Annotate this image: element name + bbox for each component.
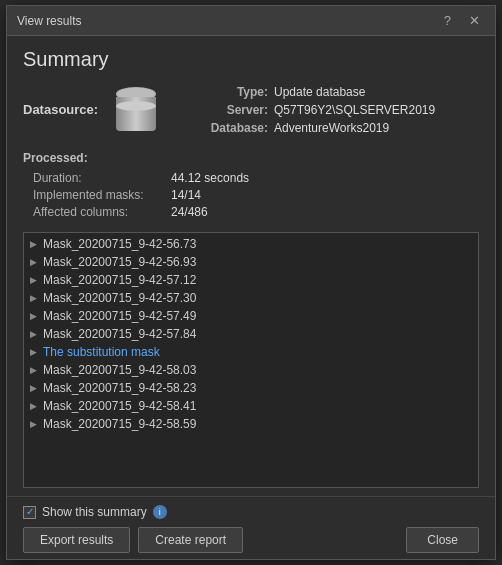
info-section: Datasource: Type: Update database Server…	[23, 85, 479, 135]
dialog-window: View results ? ✕ Summary Datasource:	[6, 5, 496, 560]
info-icon[interactable]: i	[153, 505, 167, 519]
show-summary-checkbox[interactable]: ✓	[23, 506, 36, 519]
btn-group-left: Export results Create report	[23, 527, 243, 553]
processed-section: Processed: Duration: 44.12 seconds Imple…	[23, 151, 479, 222]
buttons-row: Export results Create report Close	[23, 527, 479, 553]
cylinder-mid	[116, 101, 156, 111]
database-icon	[112, 85, 160, 133]
meta-type-row: Type: Update database	[203, 85, 435, 99]
stat-masks-row: Implemented masks: 14/14	[23, 188, 479, 202]
masks-value: 14/14	[171, 188, 201, 202]
datasource-area: Datasource:	[23, 85, 183, 133]
list-item[interactable]: ▶Mask_20200715_9-42-57.84	[24, 325, 478, 343]
meta-database-row: Database: AdventureWorks2019	[203, 121, 435, 135]
mask-name: Mask_20200715_9-42-58.23	[43, 381, 196, 395]
mask-name: Mask_20200715_9-42-57.30	[43, 291, 196, 305]
list-item[interactable]: ▶Mask_20200715_9-42-58.59	[24, 415, 478, 433]
list-item[interactable]: ▶Mask_20200715_9-42-57.49	[24, 307, 478, 325]
dialog-content: Summary Datasource: Type: Update databas…	[7, 36, 495, 496]
cylinder-shape	[116, 87, 156, 131]
expand-arrow-icon: ▶	[30, 347, 37, 357]
list-item[interactable]: ▶Mask_20200715_9-42-58.03	[24, 361, 478, 379]
type-value: Update database	[274, 85, 365, 99]
duration-label: Duration:	[33, 171, 163, 185]
stat-duration-row: Duration: 44.12 seconds	[23, 171, 479, 185]
meta-server-row: Server: Q57T96Y2\SQLSERVER2019	[203, 103, 435, 117]
export-results-button[interactable]: Export results	[23, 527, 130, 553]
expand-arrow-icon: ▶	[30, 311, 37, 321]
masks-label: Implemented masks:	[33, 188, 163, 202]
list-item[interactable]: ▶Mask_20200715_9-42-56.73	[24, 235, 478, 253]
close-button[interactable]: Close	[406, 527, 479, 553]
expand-arrow-icon: ▶	[30, 365, 37, 375]
server-value: Q57T96Y2\SQLSERVER2019	[274, 103, 435, 117]
show-summary-label: Show this summary	[42, 505, 147, 519]
expand-arrow-icon: ▶	[30, 329, 37, 339]
list-item[interactable]: ▶Mask_20200715_9-42-58.41	[24, 397, 478, 415]
datasource-label: Datasource:	[23, 102, 98, 117]
expand-arrow-icon: ▶	[30, 293, 37, 303]
processed-title: Processed:	[23, 151, 479, 165]
masks-list[interactable]: ▶Mask_20200715_9-42-56.73▶Mask_20200715_…	[24, 233, 478, 487]
show-summary-row: ✓ Show this summary i	[23, 505, 479, 519]
mask-name: Mask_20200715_9-42-58.03	[43, 363, 196, 377]
database-value: AdventureWorks2019	[274, 121, 389, 135]
type-label: Type:	[203, 85, 268, 99]
list-item[interactable]: ▶Mask_20200715_9-42-57.30	[24, 289, 478, 307]
expand-arrow-icon: ▶	[30, 257, 37, 267]
list-item[interactable]: ▶The substitution mask	[24, 343, 478, 361]
list-item[interactable]: ▶Mask_20200715_9-42-56.93	[24, 253, 478, 271]
title-bar-left: View results	[17, 14, 81, 28]
expand-arrow-icon: ▶	[30, 419, 37, 429]
server-label: Server:	[203, 103, 268, 117]
info-icon-label: i	[159, 507, 161, 517]
expand-arrow-icon: ▶	[30, 275, 37, 285]
mask-name: Mask_20200715_9-42-56.93	[43, 255, 196, 269]
close-title-button[interactable]: ✕	[464, 12, 485, 29]
mask-name: Mask_20200715_9-42-58.41	[43, 399, 196, 413]
expand-arrow-icon: ▶	[30, 401, 37, 411]
meta-area: Type: Update database Server: Q57T96Y2\S…	[203, 85, 435, 135]
title-bar: View results ? ✕	[7, 6, 495, 36]
columns-label: Affected columns:	[33, 205, 163, 219]
expand-arrow-icon: ▶	[30, 239, 37, 249]
checkbox-check-icon: ✓	[26, 507, 34, 517]
masks-list-container: ▶Mask_20200715_9-42-56.73▶Mask_20200715_…	[23, 232, 479, 488]
mask-name: The substitution mask	[43, 345, 160, 359]
mask-name: Mask_20200715_9-42-57.12	[43, 273, 196, 287]
list-item[interactable]: ▶Mask_20200715_9-42-57.12	[24, 271, 478, 289]
database-label: Database:	[203, 121, 268, 135]
mask-name: Mask_20200715_9-42-56.73	[43, 237, 196, 251]
columns-value: 24/486	[171, 205, 208, 219]
create-report-button[interactable]: Create report	[138, 527, 243, 553]
dialog-heading: Summary	[23, 48, 479, 71]
duration-value: 44.12 seconds	[171, 171, 249, 185]
bottom-bar: ✓ Show this summary i Export results Cre…	[7, 496, 495, 559]
mask-name: Mask_20200715_9-42-58.59	[43, 417, 196, 431]
mask-name: Mask_20200715_9-42-57.49	[43, 309, 196, 323]
expand-arrow-icon: ▶	[30, 383, 37, 393]
stat-columns-row: Affected columns: 24/486	[23, 205, 479, 219]
mask-name: Mask_20200715_9-42-57.84	[43, 327, 196, 341]
dialog-title: View results	[17, 14, 81, 28]
title-bar-actions: ? ✕	[439, 12, 485, 29]
help-button[interactable]: ?	[439, 12, 456, 29]
list-item[interactable]: ▶Mask_20200715_9-42-58.23	[24, 379, 478, 397]
